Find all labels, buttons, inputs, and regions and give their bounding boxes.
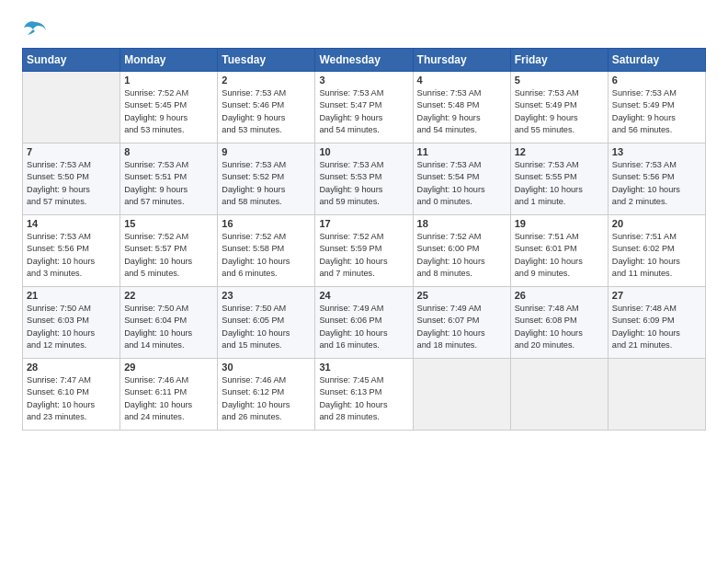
calendar-cell: 17Sunrise: 7:52 AMSunset: 5:59 PMDayligh… bbox=[315, 215, 413, 287]
week-row-3: 14Sunrise: 7:53 AMSunset: 5:56 PMDayligh… bbox=[23, 215, 706, 287]
week-row-1: 1Sunrise: 7:52 AMSunset: 5:45 PMDaylight… bbox=[23, 72, 706, 144]
header-day-sunday: Sunday bbox=[23, 49, 120, 72]
day-info: Sunrise: 7:53 AMSunset: 5:53 PMDaylight:… bbox=[319, 159, 408, 208]
calendar-cell: 30Sunrise: 7:46 AMSunset: 6:12 PMDayligh… bbox=[218, 359, 315, 431]
week-row-5: 28Sunrise: 7:47 AMSunset: 6:10 PMDayligh… bbox=[23, 359, 706, 431]
calendar-cell bbox=[23, 72, 120, 144]
day-info: Sunrise: 7:53 AMSunset: 5:56 PMDaylight:… bbox=[612, 159, 701, 208]
day-number: 18 bbox=[417, 218, 506, 229]
day-info: Sunrise: 7:53 AMSunset: 5:50 PMDaylight:… bbox=[27, 159, 116, 208]
day-number: 20 bbox=[612, 218, 701, 229]
day-info: Sunrise: 7:52 AMSunset: 5:59 PMDaylight:… bbox=[319, 231, 408, 280]
header-day-monday: Monday bbox=[120, 49, 218, 72]
day-number: 3 bbox=[319, 75, 408, 86]
day-number: 4 bbox=[417, 75, 506, 86]
header-day-wednesday: Wednesday bbox=[315, 49, 413, 72]
day-number: 17 bbox=[319, 218, 408, 229]
calendar-cell: 9Sunrise: 7:53 AMSunset: 5:52 PMDaylight… bbox=[218, 144, 315, 215]
day-number: 24 bbox=[319, 290, 408, 301]
day-info: Sunrise: 7:53 AMSunset: 5:56 PMDaylight:… bbox=[27, 231, 116, 280]
day-info: Sunrise: 7:49 AMSunset: 6:06 PMDaylight:… bbox=[319, 303, 408, 351]
day-number: 5 bbox=[515, 75, 604, 86]
logo bbox=[22, 18, 51, 39]
day-number: 11 bbox=[417, 146, 506, 157]
calendar-cell: 10Sunrise: 7:53 AMSunset: 5:53 PMDayligh… bbox=[315, 144, 413, 215]
calendar-cell: 31Sunrise: 7:45 AMSunset: 6:13 PMDayligh… bbox=[315, 359, 413, 431]
day-info: Sunrise: 7:49 AMSunset: 6:07 PMDaylight:… bbox=[417, 303, 506, 351]
logo-bird-icon bbox=[22, 18, 48, 39]
day-number: 2 bbox=[222, 75, 311, 86]
day-number: 30 bbox=[222, 362, 311, 373]
calendar-cell: 23Sunrise: 7:50 AMSunset: 6:05 PMDayligh… bbox=[218, 287, 315, 359]
calendar-cell: 21Sunrise: 7:50 AMSunset: 6:03 PMDayligh… bbox=[23, 287, 120, 359]
day-number: 25 bbox=[417, 290, 506, 301]
day-info: Sunrise: 7:51 AMSunset: 6:02 PMDaylight:… bbox=[612, 231, 701, 280]
header bbox=[22, 18, 706, 39]
calendar-cell: 2Sunrise: 7:53 AMSunset: 5:46 PMDaylight… bbox=[218, 72, 315, 144]
calendar-cell: 12Sunrise: 7:53 AMSunset: 5:55 PMDayligh… bbox=[510, 144, 608, 215]
calendar-cell: 29Sunrise: 7:46 AMSunset: 6:11 PMDayligh… bbox=[120, 359, 218, 431]
header-day-thursday: Thursday bbox=[413, 49, 510, 72]
header-day-saturday: Saturday bbox=[608, 49, 705, 72]
calendar-cell: 6Sunrise: 7:53 AMSunset: 5:49 PMDaylight… bbox=[608, 72, 705, 144]
day-info: Sunrise: 7:52 AMSunset: 5:57 PMDaylight:… bbox=[124, 231, 213, 280]
day-info: Sunrise: 7:53 AMSunset: 5:54 PMDaylight:… bbox=[417, 159, 506, 208]
day-number: 27 bbox=[612, 290, 701, 301]
day-number: 16 bbox=[222, 218, 311, 229]
day-info: Sunrise: 7:51 AMSunset: 6:01 PMDaylight:… bbox=[515, 231, 604, 280]
calendar-cell: 4Sunrise: 7:53 AMSunset: 5:48 PMDaylight… bbox=[413, 72, 510, 144]
calendar-cell: 13Sunrise: 7:53 AMSunset: 5:56 PMDayligh… bbox=[608, 144, 705, 215]
day-info: Sunrise: 7:52 AMSunset: 5:58 PMDaylight:… bbox=[222, 231, 311, 280]
day-info: Sunrise: 7:50 AMSunset: 6:05 PMDaylight:… bbox=[222, 303, 311, 351]
calendar-cell: 11Sunrise: 7:53 AMSunset: 5:54 PMDayligh… bbox=[413, 144, 510, 215]
calendar-cell: 5Sunrise: 7:53 AMSunset: 5:49 PMDaylight… bbox=[510, 72, 608, 144]
week-row-2: 7Sunrise: 7:53 AMSunset: 5:50 PMDaylight… bbox=[23, 144, 706, 215]
day-info: Sunrise: 7:46 AMSunset: 6:12 PMDaylight:… bbox=[222, 374, 311, 423]
day-info: Sunrise: 7:53 AMSunset: 5:48 PMDaylight:… bbox=[417, 87, 506, 136]
calendar-cell: 26Sunrise: 7:48 AMSunset: 6:08 PMDayligh… bbox=[510, 287, 608, 359]
day-info: Sunrise: 7:53 AMSunset: 5:47 PMDaylight:… bbox=[319, 87, 408, 136]
calendar-cell: 15Sunrise: 7:52 AMSunset: 5:57 PMDayligh… bbox=[120, 215, 218, 287]
calendar-cell bbox=[510, 359, 608, 431]
day-info: Sunrise: 7:53 AMSunset: 5:49 PMDaylight:… bbox=[612, 87, 701, 136]
day-info: Sunrise: 7:52 AMSunset: 6:00 PMDaylight:… bbox=[417, 231, 506, 280]
calendar-cell: 19Sunrise: 7:51 AMSunset: 6:01 PMDayligh… bbox=[510, 215, 608, 287]
day-info: Sunrise: 7:53 AMSunset: 5:46 PMDaylight:… bbox=[222, 87, 311, 136]
calendar-cell: 7Sunrise: 7:53 AMSunset: 5:50 PMDaylight… bbox=[23, 144, 120, 215]
calendar-cell: 22Sunrise: 7:50 AMSunset: 6:04 PMDayligh… bbox=[120, 287, 218, 359]
day-number: 1 bbox=[124, 75, 213, 86]
day-info: Sunrise: 7:53 AMSunset: 5:52 PMDaylight:… bbox=[222, 159, 311, 208]
day-number: 31 bbox=[319, 362, 408, 373]
calendar-cell: 1Sunrise: 7:52 AMSunset: 5:45 PMDaylight… bbox=[120, 72, 218, 144]
day-info: Sunrise: 7:53 AMSunset: 5:51 PMDaylight:… bbox=[124, 159, 213, 208]
day-number: 22 bbox=[124, 290, 213, 301]
day-number: 28 bbox=[27, 362, 116, 373]
day-info: Sunrise: 7:53 AMSunset: 5:49 PMDaylight:… bbox=[515, 87, 604, 136]
day-info: Sunrise: 7:50 AMSunset: 6:03 PMDaylight:… bbox=[27, 303, 116, 351]
calendar-cell: 14Sunrise: 7:53 AMSunset: 5:56 PMDayligh… bbox=[23, 215, 120, 287]
calendar-cell: 27Sunrise: 7:48 AMSunset: 6:09 PMDayligh… bbox=[608, 287, 705, 359]
day-info: Sunrise: 7:45 AMSunset: 6:13 PMDaylight:… bbox=[319, 374, 408, 423]
calendar-cell: 3Sunrise: 7:53 AMSunset: 5:47 PMDaylight… bbox=[315, 72, 413, 144]
day-number: 13 bbox=[612, 146, 701, 157]
day-number: 23 bbox=[222, 290, 311, 301]
day-info: Sunrise: 7:52 AMSunset: 5:45 PMDaylight:… bbox=[124, 87, 213, 136]
day-number: 7 bbox=[27, 146, 116, 157]
week-row-4: 21Sunrise: 7:50 AMSunset: 6:03 PMDayligh… bbox=[23, 287, 706, 359]
calendar-page: SundayMondayTuesdayWednesdayThursdayFrid… bbox=[0, 0, 728, 563]
day-number: 12 bbox=[515, 146, 604, 157]
day-number: 6 bbox=[612, 75, 701, 86]
day-info: Sunrise: 7:47 AMSunset: 6:10 PMDaylight:… bbox=[27, 374, 116, 423]
header-day-tuesday: Tuesday bbox=[218, 49, 315, 72]
day-info: Sunrise: 7:53 AMSunset: 5:55 PMDaylight:… bbox=[515, 159, 604, 208]
calendar-cell: 25Sunrise: 7:49 AMSunset: 6:07 PMDayligh… bbox=[413, 287, 510, 359]
day-number: 21 bbox=[27, 290, 116, 301]
calendar-body: 1Sunrise: 7:52 AMSunset: 5:45 PMDaylight… bbox=[23, 72, 706, 431]
calendar-cell: 20Sunrise: 7:51 AMSunset: 6:02 PMDayligh… bbox=[608, 215, 705, 287]
day-info: Sunrise: 7:48 AMSunset: 6:08 PMDaylight:… bbox=[515, 303, 604, 351]
day-number: 10 bbox=[319, 146, 408, 157]
day-number: 14 bbox=[27, 218, 116, 229]
calendar-table: SundayMondayTuesdayWednesdayThursdayFrid… bbox=[22, 48, 706, 431]
day-number: 29 bbox=[124, 362, 213, 373]
calendar-cell: 16Sunrise: 7:52 AMSunset: 5:58 PMDayligh… bbox=[218, 215, 315, 287]
